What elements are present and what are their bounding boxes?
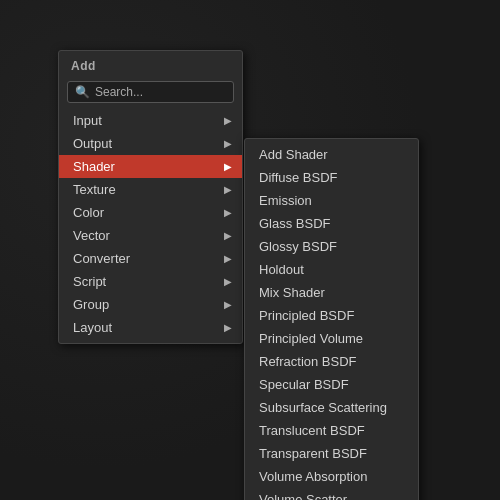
search-placeholder: Search... bbox=[95, 85, 143, 99]
submenu-item-add-shader[interactable]: Add Shader bbox=[245, 143, 418, 166]
submenu-item-diffuse-bsdf[interactable]: Diffuse BSDF bbox=[245, 166, 418, 189]
submenu-item-volume-scatter[interactable]: Volume Scatter bbox=[245, 488, 418, 500]
menu-item-script-label: Script bbox=[73, 274, 106, 289]
menu-container: Add 🔍 Search... Input ▶ Output ▶ Shader … bbox=[58, 50, 419, 500]
submenu-item-volume-absorption[interactable]: Volume Absorption bbox=[245, 465, 418, 488]
submenu-item-transparent-bsdf[interactable]: Transparent BSDF bbox=[245, 442, 418, 465]
submenu-arrow-output: ▶ bbox=[224, 138, 232, 149]
search-icon: 🔍 bbox=[75, 85, 90, 99]
menu-item-converter-label: Converter bbox=[73, 251, 130, 266]
submenu-item-glass-bsdf[interactable]: Glass BSDF bbox=[245, 212, 418, 235]
menu-item-texture[interactable]: Texture ▶ bbox=[59, 178, 242, 201]
menu-item-vector[interactable]: Vector ▶ bbox=[59, 224, 242, 247]
submenu-arrow-color: ▶ bbox=[224, 207, 232, 218]
search-row[interactable]: 🔍 Search... bbox=[67, 81, 234, 103]
submenu-item-refraction-bsdf[interactable]: Refraction BSDF bbox=[245, 350, 418, 373]
menu-item-input-label: Input bbox=[73, 113, 102, 128]
menu-item-vector-label: Vector bbox=[73, 228, 110, 243]
main-menu: Add 🔍 Search... Input ▶ Output ▶ Shader … bbox=[58, 50, 243, 344]
submenu-arrow-layout: ▶ bbox=[224, 322, 232, 333]
submenu-item-subsurface-scattering[interactable]: Subsurface Scattering bbox=[245, 396, 418, 419]
submenu-arrow-shader: ▶ bbox=[224, 161, 232, 172]
menu-item-group-label: Group bbox=[73, 297, 109, 312]
menu-item-group[interactable]: Group ▶ bbox=[59, 293, 242, 316]
menu-item-converter[interactable]: Converter ▶ bbox=[59, 247, 242, 270]
menu-item-output-label: Output bbox=[73, 136, 112, 151]
menu-item-input[interactable]: Input ▶ bbox=[59, 109, 242, 132]
menu-item-color[interactable]: Color ▶ bbox=[59, 201, 242, 224]
submenu-item-principled-bsdf[interactable]: Principled BSDF bbox=[245, 304, 418, 327]
menu-item-color-label: Color bbox=[73, 205, 104, 220]
shader-submenu: Add Shader Diffuse BSDF Emission Glass B… bbox=[244, 138, 419, 500]
submenu-item-translucent-bsdf[interactable]: Translucent BSDF bbox=[245, 419, 418, 442]
menu-item-shader-label: Shader bbox=[73, 159, 115, 174]
submenu-item-mix-shader[interactable]: Mix Shader bbox=[245, 281, 418, 304]
submenu-arrow-texture: ▶ bbox=[224, 184, 232, 195]
submenu-item-holdout[interactable]: Holdout bbox=[245, 258, 418, 281]
submenu-arrow-script: ▶ bbox=[224, 276, 232, 287]
submenu-item-principled-volume[interactable]: Principled Volume bbox=[245, 327, 418, 350]
submenu-item-glossy-bsdf[interactable]: Glossy BSDF bbox=[245, 235, 418, 258]
submenu-arrow-vector: ▶ bbox=[224, 230, 232, 241]
menu-item-script[interactable]: Script ▶ bbox=[59, 270, 242, 293]
menu-item-layout[interactable]: Layout ▶ bbox=[59, 316, 242, 339]
menu-item-output[interactable]: Output ▶ bbox=[59, 132, 242, 155]
submenu-item-specular-bsdf[interactable]: Specular BSDF bbox=[245, 373, 418, 396]
menu-item-shader[interactable]: Shader ▶ bbox=[59, 155, 242, 178]
submenu-arrow-input: ▶ bbox=[224, 115, 232, 126]
submenu-arrow-converter: ▶ bbox=[224, 253, 232, 264]
submenu-arrow-group: ▶ bbox=[224, 299, 232, 310]
menu-item-texture-label: Texture bbox=[73, 182, 116, 197]
menu-item-layout-label: Layout bbox=[73, 320, 112, 335]
submenu-item-emission[interactable]: Emission bbox=[245, 189, 418, 212]
menu-header: Add bbox=[59, 55, 242, 79]
